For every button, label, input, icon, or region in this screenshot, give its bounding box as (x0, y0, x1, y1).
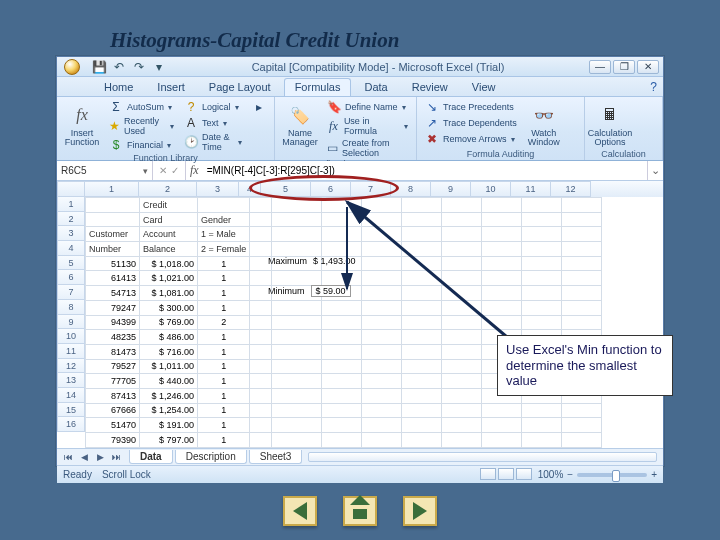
date-time-button[interactable]: 🕑Date & Time▾ (182, 132, 244, 152)
enter-icon[interactable]: ✓ (171, 165, 179, 176)
qat-undo-button[interactable]: ↶ (111, 59, 127, 75)
more-functions-button[interactable]: ▸ (250, 100, 268, 114)
trace-precedents-button[interactable]: ↘Trace Precedents (423, 100, 519, 114)
qat-save-button[interactable]: 💾 (91, 59, 107, 75)
table-row[interactable]: 94399$ 769.002 (86, 315, 602, 330)
row-header[interactable]: 7 (57, 285, 85, 300)
selection-icon: ▭ (327, 141, 338, 155)
col-header[interactable]: 12 (551, 181, 591, 197)
qat-redo-button[interactable]: ↷ (131, 59, 147, 75)
callout-box: Use Excel's Min function to determine th… (497, 335, 673, 396)
col-header[interactable]: 4 (239, 181, 261, 197)
sheet-prev-button[interactable]: ◀ (77, 452, 91, 462)
tab-data[interactable]: Data (353, 78, 398, 96)
create-from-selection-button[interactable]: ▭Create from Selection (325, 138, 410, 158)
tab-page-layout[interactable]: Page Layout (198, 78, 282, 96)
row-header[interactable]: 16 (57, 417, 85, 432)
col-header[interactable]: 1 (85, 181, 139, 197)
formula-input[interactable] (203, 161, 647, 180)
sheet-first-button[interactable]: ⏮ (61, 452, 75, 462)
col-header[interactable]: 3 (197, 181, 239, 197)
col-header[interactable]: 5 (261, 181, 311, 197)
row-header[interactable]: 5 (57, 256, 85, 271)
row-header[interactable]: 13 (57, 373, 85, 388)
logical-icon: ? (184, 100, 198, 114)
next-slide-button[interactable] (403, 496, 437, 526)
row-header[interactable]: 11 (57, 344, 85, 359)
trace-precedents-label: Trace Precedents (443, 102, 514, 112)
sheet-next-button[interactable]: ▶ (93, 452, 107, 462)
cancel-icon[interactable]: ✕ (159, 165, 167, 176)
row-header[interactable]: 3 (57, 226, 85, 241)
calc-options-label: Calculation Options (588, 129, 633, 148)
zoom-out-button[interactable]: − (567, 469, 573, 480)
cells-area[interactable]: CreditCardGenderCustomerAccount1 = MaleN… (85, 197, 663, 448)
logical-button[interactable]: ?Logical▾ (182, 100, 244, 114)
calculation-options-button[interactable]: 🖩 Calculation Options (591, 100, 629, 148)
table-row[interactable]: 98516$ 1,127.001 (86, 447, 602, 448)
row-header[interactable]: 6 (57, 270, 85, 285)
row-header[interactable]: 1 (57, 197, 85, 212)
home-icon (350, 503, 370, 519)
use-in-formula-button[interactable]: fxUse in Formula▾ (325, 116, 410, 136)
row-header[interactable]: 4 (57, 241, 85, 256)
tab-formulas[interactable]: Formulas (284, 78, 352, 96)
col-header[interactable]: 10 (471, 181, 511, 197)
prev-slide-button[interactable] (283, 496, 317, 526)
home-slide-button[interactable] (343, 496, 377, 526)
insert-function-label: Insert Function (65, 129, 100, 148)
view-buttons[interactable] (480, 468, 534, 482)
expand-formula-bar-button[interactable]: ⌄ (647, 161, 663, 180)
trace-dependents-button[interactable]: ↗Trace Dependents (423, 116, 519, 130)
maximize-button[interactable]: ❐ (613, 60, 635, 74)
row-header[interactable]: 8 (57, 300, 85, 315)
fx-icon[interactable]: fx (186, 161, 203, 180)
watch-window-button[interactable]: 👓 Watch Window (525, 100, 563, 148)
table-row[interactable]: 61413$ 1,021.001 (86, 271, 602, 286)
table-row[interactable]: 51470$ 191.001 (86, 418, 602, 433)
col-header[interactable]: 7 (351, 181, 391, 197)
sheet-last-button[interactable]: ⏭ (109, 452, 123, 462)
select-all-corner[interactable] (57, 181, 85, 197)
autosum-button[interactable]: ΣAutoSum▾ (107, 100, 176, 114)
tab-view[interactable]: View (461, 78, 507, 96)
col-header[interactable]: 8 (391, 181, 431, 197)
table-row[interactable]: 79247$ 300.001 (86, 300, 602, 315)
sheet-tab-sheet3[interactable]: Sheet3 (249, 450, 303, 464)
minimize-button[interactable]: — (589, 60, 611, 74)
zoom-in-button[interactable]: + (651, 469, 657, 480)
row-header[interactable]: 9 (57, 315, 85, 330)
row-header[interactable]: 14 (57, 388, 85, 403)
qat-customize-button[interactable]: ▾ (151, 59, 167, 75)
horizontal-scrollbar[interactable] (308, 452, 657, 462)
tab-home[interactable]: Home (93, 78, 144, 96)
col-header[interactable]: 11 (511, 181, 551, 197)
text-button[interactable]: AText▾ (182, 116, 244, 130)
table-row[interactable]: 79390$ 797.001 (86, 433, 602, 448)
name-box[interactable]: R6C5 ▾ (57, 161, 153, 180)
row-header[interactable]: 10 (57, 329, 85, 344)
row-header[interactable]: 15 (57, 403, 85, 418)
financial-button[interactable]: $Financial▾ (107, 138, 176, 152)
sheet-tab-data[interactable]: Data (129, 450, 173, 464)
row-header[interactable]: 12 (57, 359, 85, 374)
help-icon[interactable]: ? (650, 80, 657, 94)
zoom-slider[interactable] (577, 473, 647, 477)
row-header[interactable]: 2 (57, 212, 85, 227)
remove-arrows-button[interactable]: ✖Remove Arrows▾ (423, 132, 519, 146)
use-in-formula-label: Use in Formula (344, 116, 400, 136)
col-header[interactable]: 2 (139, 181, 197, 197)
recently-used-button[interactable]: ★Recently Used▾ (107, 116, 176, 136)
define-name-button[interactable]: 🔖Define Name▾ (325, 100, 410, 114)
sheet-tab-description[interactable]: Description (175, 450, 247, 464)
tab-insert[interactable]: Insert (146, 78, 196, 96)
insert-function-button[interactable]: fx Insert Function (63, 100, 101, 148)
quick-access-toolbar: 💾 ↶ ↷ ▾ (91, 59, 167, 75)
office-button[interactable] (57, 58, 87, 76)
close-button[interactable]: ✕ (637, 60, 659, 74)
tab-review[interactable]: Review (401, 78, 459, 96)
col-header[interactable]: 9 (431, 181, 471, 197)
name-manager-button[interactable]: 🏷️ Name Manager (281, 100, 319, 148)
table-row[interactable]: 67666$ 1,254.001 (86, 403, 602, 418)
col-header[interactable]: 6 (311, 181, 351, 197)
